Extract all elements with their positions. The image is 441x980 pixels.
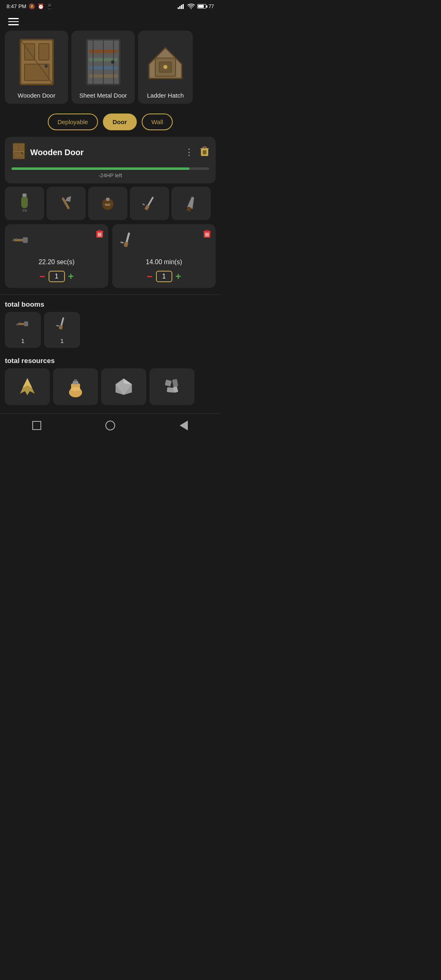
qty-plus-0[interactable]: + [68,271,74,282]
svg-rect-46 [142,203,145,205]
mute-icon: 🔕 [29,3,35,9]
wooden-door-label: Wooden Door [18,92,55,99]
health-bar-fill [11,167,189,170]
filter-tabs: Deployable Door Wall [0,109,220,135]
resource-cell-1 [53,368,98,405]
total-booms-row: 1 1 [0,312,220,353]
battery-fill [198,5,204,8]
circle-icon [105,421,115,430]
weapon-cell-3[interactable] [130,187,169,220]
qty-row-0: − + [39,271,74,282]
boom-count-1: 1 [60,337,64,344]
item-card-wooden-door[interactable]: Wooden Door [5,31,68,104]
attack-weapon-0 [10,230,30,254]
svg-rect-55 [98,230,101,232]
svg-rect-70 [16,324,18,325]
svg-text:RAT: RAT [105,203,111,206]
svg-rect-80 [74,379,77,381]
item-card-ladder-hatch[interactable]: Ladder Hatch [138,31,193,104]
signal-icon [178,4,185,9]
svg-rect-60 [124,241,129,247]
nav-home-button[interactable] [102,418,118,433]
tab-door[interactable]: Door [103,114,137,130]
svg-rect-73 [59,325,63,330]
attack-weapon-1 [117,230,138,254]
svg-rect-27 [14,145,18,151]
qty-plus-1[interactable]: + [176,271,181,282]
battery-pct: 77 [209,4,214,9]
item-card-sheet-metal-door[interactable]: Sheet Metal Door [71,31,135,104]
svg-rect-33 [203,147,206,149]
bottom-nav [0,413,220,439]
attack-card-1-top [117,230,211,254]
attack-card-1: 14.00 min(s) − + [112,224,216,288]
weapon-cell-0[interactable]: C4 [5,187,44,220]
svg-rect-86 [172,379,178,387]
alarm-icon: ⏰ [38,3,44,9]
status-left: 8:47 PM 🔕 ⏰ 📱 [7,3,53,9]
qty-input-1[interactable] [156,271,172,282]
svg-point-81 [71,387,80,391]
boom-icon-1 [53,316,71,336]
wifi-icon [187,4,195,9]
hamburger-line-3 [8,24,19,25]
selected-item-box: Wooden Door ⋮ -24HP left [5,137,216,183]
weapon-cell-1[interactable] [47,187,86,220]
more-button[interactable]: ⋮ [182,147,196,158]
battery-icon [197,4,206,9]
ladder-hatch-image [143,36,188,89]
delete-button[interactable] [200,146,209,159]
status-bar: 8:47 PM 🔕 ⏰ 📱 77 [0,0,220,11]
wooden-door-image [14,36,59,89]
qty-input-0[interactable] [49,271,65,282]
svg-point-30 [21,152,23,154]
qty-minus-0[interactable]: − [39,271,45,282]
svg-rect-37 [21,196,28,208]
resource-cell-3 [149,368,194,405]
selected-item-icon [11,143,26,163]
svg-rect-72 [60,317,65,326]
svg-point-20 [111,60,114,64]
total-resources-title: total resources [0,353,220,368]
hp-label: -24HP left [11,172,209,183]
back-icon [180,421,188,430]
tab-wall[interactable]: Wall [142,114,173,130]
sheet-metal-door-label: Sheet Metal Door [79,92,127,99]
svg-point-25 [163,65,167,69]
attack-delete-0[interactable] [96,230,103,240]
hamburger-line-2 [8,21,19,22]
nav-square-button[interactable] [29,418,45,433]
svg-rect-1 [179,6,180,9]
svg-rect-71 [19,322,20,323]
svg-rect-51 [12,240,15,241]
attack-time-1: 14.00 min(s) [146,258,182,266]
svg-text:C4: C4 [22,209,27,212]
attack-delete-1[interactable] [203,230,211,240]
boom-icon-0 [14,316,31,336]
weapon-cell-4[interactable] [172,187,211,220]
sheet-metal-door-image [81,36,126,89]
weapon-cell-2[interactable]: RAT [88,187,127,220]
svg-rect-69 [24,321,28,326]
nav-back-button[interactable] [176,418,192,433]
attack-time-0: 22.20 sec(s) [38,258,74,266]
qty-minus-1[interactable]: − [147,271,152,282]
svg-rect-2 [181,5,182,9]
tab-deployable[interactable]: Deployable [48,114,98,130]
resource-cell-0 [5,368,50,405]
total-booms-title: total booms [0,296,220,312]
total-boom-cell-0: 1 [5,312,41,348]
total-boom-cell-1: 1 [44,312,80,348]
svg-rect-50 [23,237,28,243]
svg-rect-85 [165,379,172,386]
resource-cell-2 [101,368,146,405]
hamburger-menu[interactable] [0,11,220,31]
status-right: 77 [178,4,214,9]
svg-rect-74 [56,325,59,327]
section-divider [0,294,220,295]
svg-rect-0 [178,7,179,9]
svg-rect-7 [39,44,49,60]
svg-rect-61 [120,241,124,243]
selected-item-name: Wooden Door [30,148,178,157]
svg-rect-64 [205,230,209,232]
